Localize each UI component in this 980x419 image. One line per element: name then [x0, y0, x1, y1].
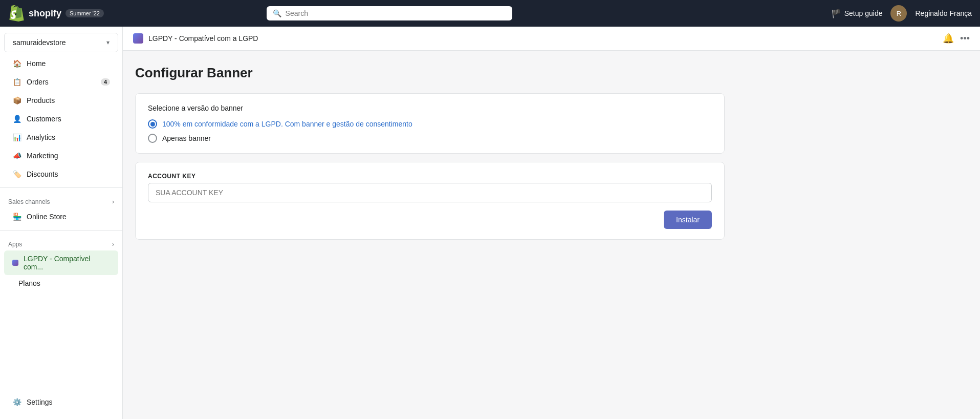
- radio-banner-only-circle: [148, 134, 157, 143]
- sidebar-item-home-label: Home: [27, 59, 46, 68]
- sidebar-item-planos[interactable]: Planos: [4, 276, 118, 290]
- app-bar: LGPDY - Compatível com a LGPD 🔔 •••: [123, 27, 980, 51]
- main-content: LGPDY - Compatível com a LGPD 🔔 ••• Conf…: [123, 27, 980, 419]
- search-input[interactable]: [286, 9, 506, 17]
- search-icon: 🔍: [273, 9, 281, 17]
- online-store-icon: 🏪: [12, 212, 21, 221]
- layout: samuraidevstore ▾ 🏠 Home 📋 Orders 4 📦 Pr…: [0, 27, 980, 419]
- store-name: samuraidevstore: [13, 38, 66, 47]
- sidebar-item-orders-label: Orders: [27, 78, 49, 86]
- sidebar-item-home[interactable]: 🏠 Home: [4, 55, 118, 72]
- analytics-icon: 📊: [12, 133, 21, 142]
- radio-group: 100% em conformidade com a LGPD. Com ban…: [148, 119, 712, 143]
- setup-guide-button[interactable]: 🏴 Setup guide: [831, 9, 883, 18]
- sidebar-item-customers-label: Customers: [27, 115, 61, 123]
- banner-section-label: Selecione a versão do banner: [148, 104, 712, 112]
- shopify-wordmark: shopify: [29, 8, 61, 19]
- sidebar-item-analytics-label: Analytics: [27, 133, 55, 141]
- sidebar-divider-2: [0, 230, 122, 231]
- search-bar[interactable]: 🔍: [267, 6, 512, 20]
- banner-version-card: Selecione a versão do banner 100% em con…: [135, 93, 725, 154]
- sidebar-item-settings[interactable]: ⚙️ Settings: [4, 393, 118, 411]
- apps-expand-icon[interactable]: ›: [112, 241, 114, 248]
- sidebar-item-discounts[interactable]: 🏷️ Discounts: [4, 165, 118, 183]
- topbar: shopify Summer '22 🔍 🏴 Setup guide R Reg…: [0, 0, 980, 27]
- sidebar-item-orders[interactable]: 📋 Orders 4: [4, 73, 118, 91]
- account-key-input[interactable]: [148, 183, 712, 202]
- sidebar-bottom: ⚙️ Settings: [0, 389, 122, 415]
- app-bar-logo-icon: [133, 33, 143, 44]
- app-bar-left: LGPDY - Compatível com a LGPD: [133, 33, 258, 44]
- sidebar-item-analytics[interactable]: 📊 Analytics: [4, 129, 118, 146]
- store-selector[interactable]: samuraidevstore ▾: [4, 33, 118, 52]
- card-footer: Instalar: [148, 211, 712, 229]
- discounts-icon: 🏷️: [12, 170, 21, 179]
- sidebar-item-products-label: Products: [27, 96, 55, 104]
- account-key-label: ACCOUNT KEY: [148, 173, 712, 180]
- home-icon: 🏠: [12, 59, 21, 68]
- apps-label: Apps: [8, 241, 22, 248]
- customers-icon: 👤: [12, 114, 21, 123]
- online-store-label: Online Store: [27, 213, 67, 221]
- topbar-right: 🏴 Setup guide R Reginaldo França: [831, 5, 972, 22]
- setup-guide-label: Setup guide: [844, 9, 883, 17]
- orders-badge: 4: [101, 78, 110, 86]
- sidebar-item-marketing[interactable]: 📣 Marketing: [4, 147, 118, 164]
- account-key-card: ACCOUNT KEY Instalar: [135, 162, 725, 240]
- sales-channels-header: Sales channels ›: [0, 192, 122, 207]
- radio-full-label: 100% em conformidade com a LGPD. Com ban…: [162, 120, 412, 128]
- apps-header: Apps ›: [0, 235, 122, 250]
- sidebar-item-lgpdy-label: LGPDY - Compatível com...: [24, 255, 110, 271]
- install-button[interactable]: Instalar: [664, 211, 712, 229]
- avatar[interactable]: R: [890, 5, 907, 22]
- sidebar-item-planos-label: Planos: [18, 279, 40, 287]
- radio-full-inner: [150, 122, 155, 127]
- sales-channels-label: Sales channels: [8, 198, 50, 205]
- sidebar-item-marketing-label: Marketing: [27, 152, 58, 160]
- radio-option-banner-only[interactable]: Apenas banner: [148, 134, 712, 143]
- products-icon: 📦: [12, 96, 21, 105]
- app-bar-title: LGPDY - Compatível com a LGPD: [148, 34, 258, 43]
- sales-channels-expand-icon[interactable]: ›: [112, 198, 114, 205]
- sidebar-divider: [0, 187, 122, 188]
- shopify-logo[interactable]: shopify Summer '22: [8, 5, 104, 22]
- app-bar-right: 🔔 •••: [943, 33, 970, 44]
- more-options-button[interactable]: •••: [960, 33, 970, 44]
- user-name: Reginaldo França: [915, 9, 972, 17]
- summer-badge: Summer '22: [66, 9, 104, 17]
- orders-icon: 📋: [12, 77, 21, 87]
- radio-full-circle: [148, 119, 157, 129]
- sidebar-item-lgpdy[interactable]: LGPDY - Compatível com...: [4, 250, 118, 275]
- settings-icon: ⚙️: [12, 397, 21, 407]
- flag-icon: 🏴: [831, 9, 841, 18]
- sidebar-item-customers[interactable]: 👤 Customers: [4, 110, 118, 128]
- sidebar: samuraidevstore ▾ 🏠 Home 📋 Orders 4 📦 Pr…: [0, 27, 123, 419]
- settings-label: Settings: [27, 398, 53, 406]
- radio-banner-only-label: Apenas banner: [162, 134, 211, 142]
- marketing-icon: 📣: [12, 151, 21, 160]
- page-content: Configurar Banner Selecione a versão do …: [123, 51, 737, 262]
- lgpdy-icon: [12, 260, 18, 266]
- sidebar-item-online-store[interactable]: 🏪 Online Store: [4, 208, 118, 225]
- notification-button[interactable]: 🔔: [943, 33, 954, 44]
- page-title: Configurar Banner: [135, 65, 725, 81]
- sidebar-item-products[interactable]: 📦 Products: [4, 92, 118, 109]
- sidebar-item-discounts-label: Discounts: [27, 170, 58, 178]
- chevron-down-icon: ▾: [106, 39, 110, 46]
- radio-option-full[interactable]: 100% em conformidade com a LGPD. Com ban…: [148, 119, 712, 129]
